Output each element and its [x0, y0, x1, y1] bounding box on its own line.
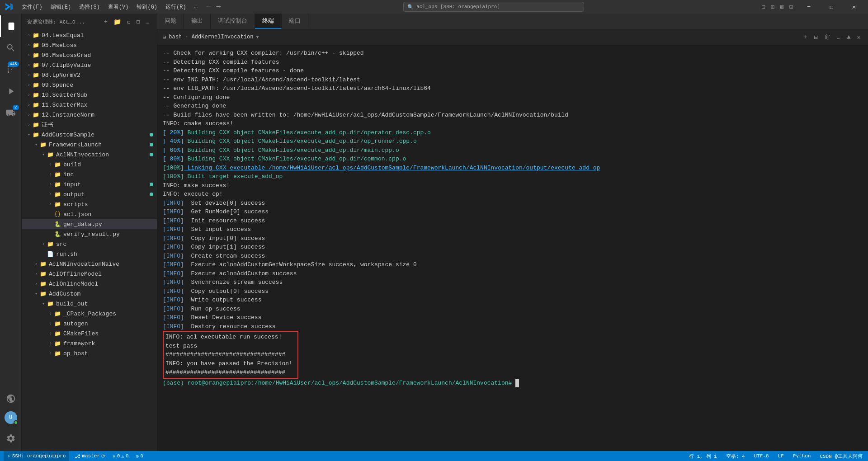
sidebar-item-input[interactable]: ›📁input: [22, 179, 157, 189]
user-avatar[interactable]: U: [5, 411, 17, 424]
status-line-ending[interactable]: LF: [776, 453, 786, 459]
menu-view[interactable]: 查看(V): [104, 2, 132, 12]
layout-icon3[interactable]: ⊠: [780, 3, 783, 11]
status-encoding[interactable]: UTF-8: [752, 453, 771, 459]
sidebar-item-08LpNormV2[interactable]: ›📁08.LpNormV2: [22, 70, 157, 80]
sidebar-item-autogen[interactable]: ›📁autogen: [22, 319, 157, 329]
sidebar-item-framework[interactable]: ›📁framework: [22, 339, 157, 348]
activity-extensions[interactable]: 2: [0, 102, 22, 124]
more-terminal-button[interactable]: …: [835, 33, 842, 42]
sidebar-item-acljson[interactable]: {}acl.json: [22, 209, 157, 219]
sidebar-item-07ClipByValue[interactable]: ›📁07.ClipByValue: [22, 60, 157, 70]
sidebar-item-04LessEqual[interactable]: ›📁04.LessEqual: [22, 30, 157, 40]
sidebar-item-_CPack_Packages[interactable]: ›📁_CPack_Packages: [22, 309, 157, 319]
sidebar-item-scripts[interactable]: ›📁scripts: [22, 199, 157, 209]
activity-search[interactable]: [0, 37, 22, 59]
terminal-line: INFO: make success!: [163, 181, 863, 190]
sidebar-item-06MseLossGrad[interactable]: ›📁06.MseLossGrad: [22, 50, 157, 60]
folder-icon: 📁: [33, 102, 40, 108]
terminal-content[interactable]: -- Check for working CXX compiler: /usr/…: [157, 45, 868, 451]
item-label: 10.ScatterSub: [42, 92, 157, 99]
tab-output[interactable]: 输出: [184, 14, 211, 29]
folder-icon: 📁: [40, 281, 47, 287]
sidebar-item-cert[interactable]: ›📁证书: [22, 120, 157, 130]
sidebar-item-build_out[interactable]: ▾📁build_out: [22, 299, 157, 309]
status-language[interactable]: Python: [791, 453, 813, 459]
status-errors[interactable]: ✕ 0 ⚠ 0: [111, 453, 130, 459]
maximize-terminal-button[interactable]: ▲: [845, 33, 852, 42]
sidebar-item-AclOnlineModel[interactable]: ›📁AclOnlineModel: [22, 279, 157, 289]
new-file-button[interactable]: +: [102, 17, 110, 27]
sidebar-item-FrameworkLaunch[interactable]: ▾📁FrameworkLaunch: [22, 140, 157, 150]
menu-run[interactable]: 运行(R): [162, 2, 190, 12]
tab-terminal[interactable]: 终端: [255, 14, 282, 29]
tab-ports[interactable]: 端口: [282, 14, 308, 29]
sidebar-item-AddCustom[interactable]: ▾📁AddCustom: [22, 289, 157, 299]
content-area: 问题 输出 调试控制台 终端 端口 ⊟ bash - AddKernelInvo…: [157, 14, 868, 451]
status-ssh[interactable]: ⚡ SSH: orangepiaipro: [4, 451, 69, 461]
chevron-down-icon[interactable]: ▼: [256, 35, 259, 40]
status-spaces[interactable]: 空格: 4: [724, 453, 747, 460]
tab-problems[interactable]: 问题: [157, 14, 184, 29]
delete-terminal-button[interactable]: 🗑: [822, 33, 832, 42]
new-terminal-button[interactable]: +: [802, 33, 809, 42]
status-no-problems[interactable]: ⊙ 0: [134, 453, 145, 459]
split-terminal-button[interactable]: ⊟: [812, 33, 819, 42]
sidebar-item-gen_data[interactable]: 🐍gen_data.py: [22, 219, 157, 229]
item-label: inc: [63, 171, 157, 178]
nav-back-button[interactable]: ←: [205, 2, 213, 12]
close-button[interactable]: ✕: [844, 0, 864, 14]
sidebar-item-AclOfflineModel[interactable]: ›📁AclOfflineModel: [22, 269, 157, 279]
menu-more[interactable]: …: [191, 2, 201, 12]
terminal-line: [INFO] Copy input[1] success: [163, 243, 863, 252]
sidebar-item-09Spence[interactable]: ›📁09.Spence: [22, 80, 157, 90]
sidebar-item-runsh[interactable]: 📄run.sh: [22, 249, 157, 259]
item-label: _CPack_Packages: [63, 310, 157, 317]
sidebar-item-AclNNInvocation[interactable]: ▾📁AclNNInvocation: [22, 150, 157, 160]
sidebar-item-05MseLoss[interactable]: ›📁05.MseLoss: [22, 40, 157, 50]
sidebar-item-AclNNInvocationNaive[interactable]: ›📁AclNNInvocationNaive: [22, 259, 157, 269]
collapse-button[interactable]: ⊟: [134, 17, 142, 27]
layout-icon[interactable]: ⊟: [761, 3, 765, 11]
status-git-branch[interactable]: ⎇ master ⟳: [73, 453, 107, 459]
folder-arrow: ›: [47, 341, 54, 346]
nav-forward-button[interactable]: →: [214, 2, 222, 12]
restore-button[interactable]: ◻: [821, 0, 842, 14]
refresh-button[interactable]: ↻: [125, 17, 132, 27]
menu-edit[interactable]: 编辑(E): [47, 2, 75, 12]
minimize-button[interactable]: −: [798, 0, 819, 14]
new-folder-button[interactable]: 📁: [112, 17, 123, 27]
split-icon: ⊟: [163, 34, 166, 41]
menu-select[interactable]: 选择(S): [75, 2, 104, 12]
sidebar-item-build[interactable]: ›📁build: [22, 160, 157, 169]
activity-files[interactable]: [0, 15, 22, 37]
sidebar-item-src[interactable]: ›📁src: [22, 239, 157, 249]
sidebar-item-op_host[interactable]: ›📁op_host: [22, 348, 157, 358]
status-line-col[interactable]: 行 1, 列 1: [687, 453, 719, 460]
sidebar-item-inc[interactable]: ›📁inc: [22, 169, 157, 179]
layout-icon4[interactable]: ⊡: [789, 3, 793, 11]
folder-arrow: ›: [33, 262, 40, 267]
sidebar-item-11ScatterMax[interactable]: ›📁11.ScatterMax: [22, 100, 157, 110]
layout-icon2[interactable]: ⊞: [771, 3, 774, 11]
status-notifications[interactable]: CSDN @工具人阿何: [818, 453, 864, 460]
activity-remote[interactable]: [0, 388, 22, 409]
sidebar-item-verify_result[interactable]: 🐍verify_result.py: [22, 229, 157, 239]
sidebar-item-AddCustomSample[interactable]: ▾📁AddCustomSample: [22, 130, 157, 140]
sidebar-item-10ScatterSub[interactable]: ›📁10.ScatterSub: [22, 90, 157, 100]
activity-source-control[interactable]: 445: [0, 59, 22, 80]
activity-settings[interactable]: [0, 428, 22, 449]
menu-file[interactable]: 文件(F): [18, 2, 46, 12]
sidebar-item-output[interactable]: ›📁output: [22, 189, 157, 199]
sidebar-item-CMakeFiles[interactable]: ›📁CMakeFiles: [22, 329, 157, 339]
spaces-text: 空格: 4: [726, 453, 745, 460]
folder-arrow: ▾: [33, 291, 40, 296]
folder-arrow: ›: [47, 311, 54, 316]
activity-run-debug[interactable]: [0, 80, 22, 102]
sidebar-item-12InstanceNorm[interactable]: ›📁12.InstanceNorm: [22, 110, 157, 120]
close-terminal-button[interactable]: ✕: [855, 33, 863, 42]
tab-debug-console[interactable]: 调试控制台: [211, 14, 255, 29]
title-search-bar[interactable]: 🔍 acl_ops [SSH: orangepiaipro]: [403, 2, 584, 12]
menu-goto[interactable]: 转到(G): [133, 2, 161, 12]
more-button[interactable]: …: [144, 17, 151, 27]
